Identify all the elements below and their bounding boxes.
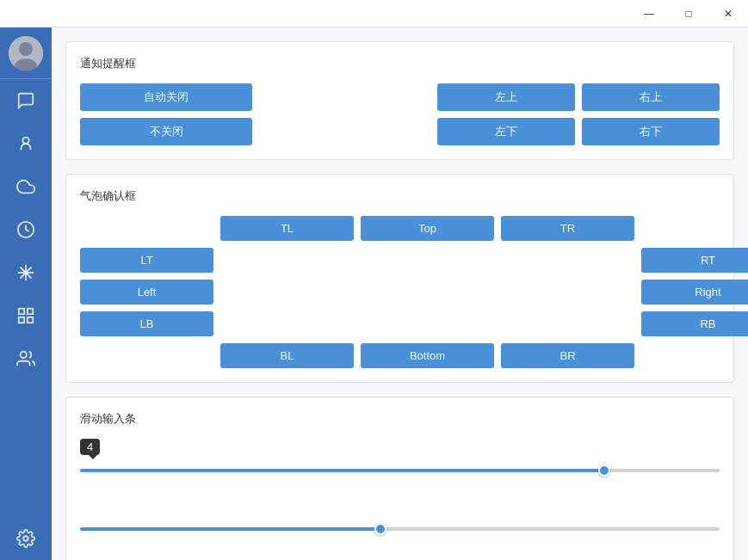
bottom-left-button[interactable]: 左下	[437, 118, 575, 145]
lt-button[interactable]: LT	[80, 248, 213, 273]
grid-icon[interactable]	[0, 294, 52, 337]
svg-point-3	[22, 138, 28, 144]
slider2-thumb[interactable]	[374, 523, 386, 535]
svg-rect-10	[28, 309, 33, 314]
notify-section: 通知提醒框 自动关闭 左上 右上 不关闭 左下 右下	[65, 41, 734, 160]
slider1-value-bubble: 4	[80, 439, 100, 455]
slider2-track	[80, 527, 720, 531]
asterisk-icon[interactable]	[0, 251, 52, 294]
close-button[interactable]: ✕	[708, 0, 748, 28]
slider2-fill	[80, 527, 380, 531]
left-button[interactable]: Left	[80, 280, 213, 305]
chat-icon[interactable]	[0, 79, 52, 122]
svg-rect-9	[19, 309, 24, 314]
slider2-container	[80, 520, 720, 538]
svg-rect-11	[19, 317, 24, 323]
svg-point-13	[21, 352, 27, 358]
svg-rect-12	[28, 317, 33, 323]
slider1-fill	[80, 469, 604, 472]
notify-title: 通知提醒框	[80, 56, 720, 71]
users-icon[interactable]	[0, 337, 52, 380]
cloud-icon[interactable]	[0, 165, 52, 208]
top-left-button[interactable]: 左上	[437, 83, 575, 111]
bl-button[interactable]: BL	[220, 343, 354, 368]
lb-button[interactable]: LB	[80, 311, 213, 336]
bottom-button[interactable]: Bottom	[361, 343, 494, 368]
slider1-thumb[interactable]	[598, 465, 610, 477]
squirrel-icon[interactable]	[0, 122, 52, 165]
right-button[interactable]: Right	[641, 280, 748, 305]
minimize-button[interactable]: —	[629, 0, 669, 28]
top-right-button[interactable]: 右上	[582, 83, 720, 111]
slider-section: 滑动输入条 4	[65, 397, 734, 560]
title-bar: — □ ✕	[0, 0, 748, 28]
auto-close-button[interactable]: 自动关闭	[80, 83, 252, 111]
top-button[interactable]: Top	[361, 216, 494, 241]
content-area: 通知提醒框 自动关闭 左上 右上 不关闭 左下 右下 气泡确认框 TL Top …	[52, 28, 748, 560]
clock-icon[interactable]	[0, 208, 52, 251]
sidebar-avatar	[0, 28, 52, 79]
rb-button[interactable]: RB	[641, 311, 748, 336]
avatar	[9, 36, 43, 71]
rt-button[interactable]: RT	[641, 248, 748, 273]
tr-button[interactable]: TR	[501, 216, 634, 241]
bubble-title: 气泡确认框	[80, 188, 720, 204]
settings-icon[interactable]	[0, 517, 52, 560]
no-close-button[interactable]: 不关闭	[80, 118, 252, 145]
maximize-button[interactable]: □	[669, 0, 708, 28]
slider-title: 滑动输入条	[80, 411, 720, 427]
sidebar	[0, 28, 52, 560]
slider1-container	[80, 462, 720, 479]
bottom-right-button[interactable]: 右下	[582, 118, 720, 145]
svg-point-14	[23, 536, 28, 541]
br-button[interactable]: BR	[501, 343, 634, 368]
bubble-section: 气泡确认框 TL Top TR LT RT Left Right LB RB	[65, 174, 734, 383]
slider1-track	[80, 469, 720, 472]
svg-point-1	[19, 42, 33, 56]
tl-button[interactable]: TL	[220, 216, 354, 241]
